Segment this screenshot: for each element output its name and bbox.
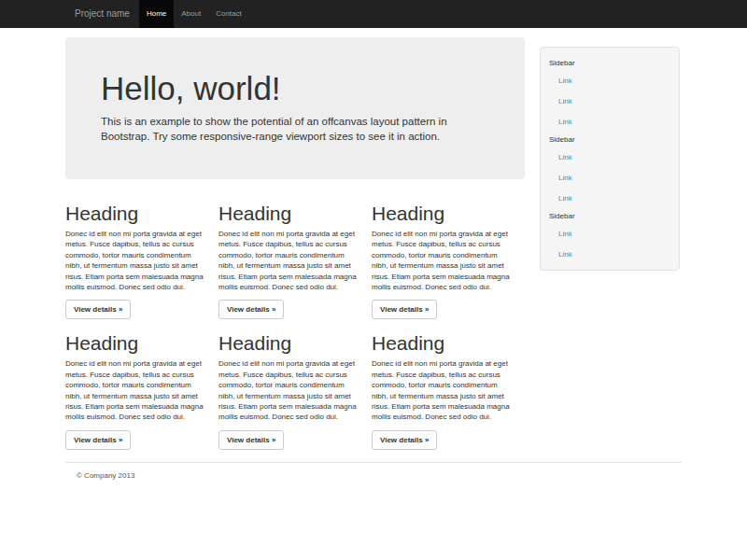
main-content: Hello, world! This is an example to show… — [65, 37, 525, 450]
navbar-brand[interactable]: Project name — [65, 0, 139, 28]
cards-row-1: Heading Donec id elit non mi porta gravi… — [65, 193, 525, 319]
page-title: Hello, world! — [101, 71, 497, 106]
sidebar-link[interactable]: Link — [558, 147, 679, 168]
top-navbar: Project name Home About Contact — [0, 0, 747, 28]
view-details-button[interactable]: View details » — [218, 300, 284, 319]
sidebar-link[interactable]: Link — [558, 224, 679, 245]
sidebar: Sidebar Link Link Link Sidebar Link Link… — [540, 47, 680, 271]
sidebar-link[interactable]: Link — [558, 189, 679, 209]
card-body-text: Donec id elit non mi porta gravida at eg… — [218, 358, 360, 422]
jumbotron-description: This is an example to show the potential… — [101, 114, 474, 144]
navbar-container: Project name Home About Contact — [65, 0, 682, 28]
cards-row-2: Heading Donec id elit non mi porta gravi… — [65, 323, 525, 449]
sidebar-group-1-heading: Sidebar — [549, 56, 679, 71]
view-details-button[interactable]: View details » — [372, 430, 437, 450]
nav-item-home[interactable]: Home — [139, 0, 174, 28]
card-3: Heading Donec id elit non mi porta gravi… — [372, 193, 514, 319]
card-6: Heading Donec id elit non mi porta gravi… — [372, 323, 514, 449]
view-details-button[interactable]: View details » — [218, 430, 284, 450]
view-details-button[interactable]: View details » — [65, 430, 131, 450]
nav-item-about[interactable]: About — [174, 0, 208, 28]
card-heading: Heading — [218, 332, 360, 354]
sidebar-group-3-heading: Sidebar — [549, 209, 679, 224]
card-body-text: Donec id elit non mi porta gravida at eg… — [372, 229, 514, 292]
card-body-text: Donec id elit non mi porta gravida at eg… — [65, 229, 207, 292]
navbar-menu: Home About Contact — [139, 0, 249, 28]
card-4: Heading Donec id elit non mi porta gravi… — [65, 323, 207, 449]
sidebar-link[interactable]: Link — [558, 168, 679, 189]
card-heading: Heading — [372, 332, 514, 354]
card-body-text: Donec id elit non mi porta gravida at eg… — [372, 358, 514, 422]
view-details-button[interactable]: View details » — [65, 300, 131, 319]
card-heading: Heading — [65, 332, 207, 354]
card-1: Heading Donec id elit non mi porta gravi… — [65, 193, 207, 319]
sidebar-link[interactable]: Link — [558, 71, 679, 91]
footer-divider — [65, 462, 682, 463]
page-container: Hello, world! This is an example to show… — [65, 37, 682, 480]
nav-item-contact[interactable]: Contact — [208, 0, 249, 28]
footer: © Company 2013 — [65, 471, 682, 480]
view-details-button[interactable]: View details » — [372, 300, 437, 319]
card-body-text: Donec id elit non mi porta gravida at eg… — [218, 229, 360, 292]
sidebar-link[interactable]: Link — [558, 112, 679, 133]
jumbotron: Hello, world! This is an example to show… — [65, 37, 525, 179]
card-5: Heading Donec id elit non mi porta gravi… — [218, 323, 360, 449]
sidebar-link[interactable]: Link — [558, 91, 679, 112]
sidebar-group-2-heading: Sidebar — [549, 133, 679, 147]
card-body-text: Donec id elit non mi porta gravida at eg… — [65, 358, 207, 422]
card-heading: Heading — [218, 203, 360, 224]
card-heading: Heading — [372, 203, 514, 224]
card-heading: Heading — [65, 203, 207, 224]
card-2: Heading Donec id elit non mi porta gravi… — [218, 193, 360, 319]
sidebar-link[interactable]: Link — [558, 245, 679, 265]
copyright-text: © Company 2013 — [77, 471, 682, 480]
